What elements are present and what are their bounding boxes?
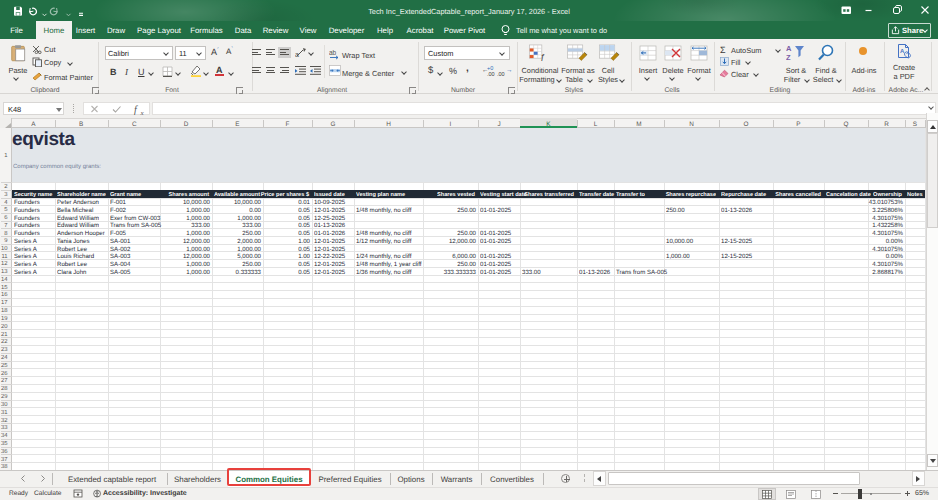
svg-text:a: a — [295, 51, 299, 58]
svg-text:ab: ab — [329, 49, 337, 56]
svg-text:ƒ: ƒ — [540, 52, 545, 61]
svg-text:x: x — [140, 109, 145, 116]
svg-text:.00: .00 — [487, 71, 495, 77]
svg-text:.00: .00 — [497, 71, 505, 77]
svg-text:Z: Z — [786, 53, 791, 62]
svg-text:+0: +0 — [487, 65, 493, 71]
svg-text:f: f — [134, 104, 138, 115]
